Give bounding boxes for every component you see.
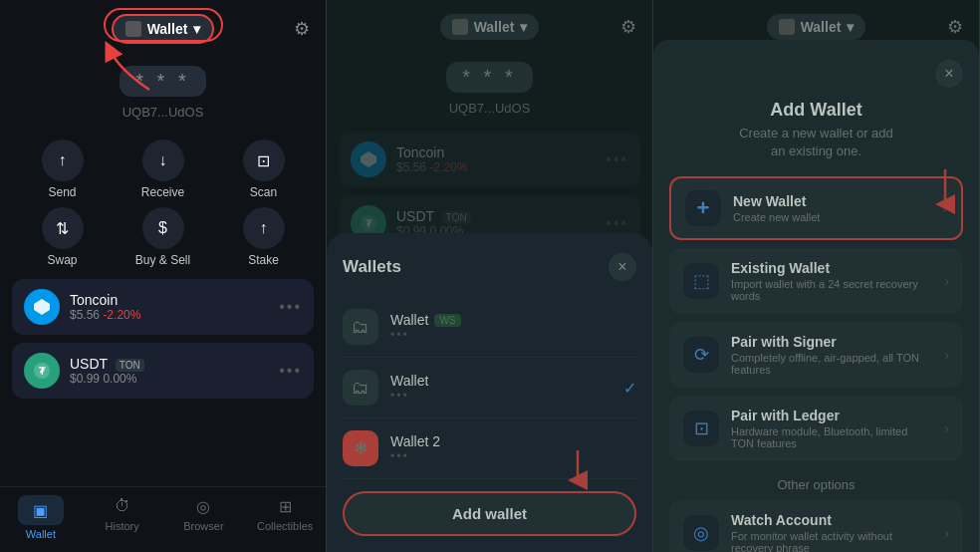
panel3-wallet-button[interactable]: Wallet ▾ bbox=[767, 14, 866, 40]
panel2-settings-button[interactable]: ⚙ bbox=[620, 16, 636, 38]
toncoin-info: Toncoin $5.56 -2.20% bbox=[70, 292, 269, 322]
new-wallet-icon: + bbox=[685, 190, 721, 226]
send-button[interactable]: ↑ Send bbox=[16, 139, 109, 199]
watch-account-chevron: › bbox=[944, 525, 949, 541]
balance-area: * * * UQB7...UdOS bbox=[0, 58, 326, 136]
receive-button[interactable]: ↓ Receive bbox=[117, 139, 209, 199]
usdt-badge: TON bbox=[116, 359, 144, 372]
add-wallet-button[interactable]: Add wallet bbox=[343, 491, 636, 536]
nav-collectibles-label: Collectibles bbox=[257, 520, 313, 532]
toncoin-price: $5.56 -2.20% bbox=[70, 308, 269, 322]
stake-button[interactable]: ↑ Stake bbox=[217, 207, 310, 267]
panel-add-wallet: Wallet ▾ ⚙ × Add Wallet Create a new wal… bbox=[653, 0, 980, 552]
svg-marker-3 bbox=[361, 151, 376, 167]
svg-marker-0 bbox=[34, 299, 50, 315]
swap-label: Swap bbox=[47, 253, 77, 267]
new-wallet-option[interactable]: + New Wallet Create new wallet › bbox=[669, 176, 963, 240]
nav-browser[interactable]: ◎ Browser bbox=[173, 495, 233, 540]
panel2-wallet-button[interactable]: Wallet ▾ bbox=[440, 14, 540, 40]
pair-ledger-info: Pair with Ledger Hardware module, Blueto… bbox=[731, 408, 932, 449]
existing-wallet-icon: ⬚ bbox=[683, 263, 719, 299]
overlay-close-button[interactable]: × bbox=[609, 253, 636, 281]
toncoin-more-icon[interactable]: ••• bbox=[279, 298, 302, 316]
nav-collectibles[interactable]: ⊞ Collectibles bbox=[255, 495, 315, 540]
modal-header: × bbox=[669, 60, 963, 88]
nav-browser-icon: ◎ bbox=[192, 495, 214, 517]
buy-sell-icon: $ bbox=[142, 207, 184, 249]
buy-sell-button[interactable]: $ Buy & Sell bbox=[117, 207, 209, 267]
modal-title: Add Wallet bbox=[669, 100, 963, 121]
wallet-list-info-1: Wallet WS ••• bbox=[390, 312, 636, 342]
receive-icon: ↓ bbox=[142, 139, 184, 181]
panel3-wallet-icon bbox=[779, 19, 795, 35]
add-wallet-modal: × Add Wallet Create a new wallet or adda… bbox=[653, 40, 979, 552]
usdt-price: $0.99 0.00% bbox=[70, 372, 269, 386]
pair-signer-title: Pair with Signer bbox=[731, 334, 932, 350]
bottom-navigation: ▣ Wallet ⏱ History ◎ Browser ⊞ Collectib… bbox=[0, 486, 326, 552]
wallet-list-item-1[interactable]: 🗂 Wallet WS ••• bbox=[343, 297, 636, 358]
scan-button[interactable]: ⊡ Scan bbox=[217, 139, 310, 199]
wallet-address: UQB7...UdOS bbox=[122, 105, 204, 120]
toncoin-icon bbox=[24, 289, 60, 325]
pair-ledger-desc: Hardware module, Bluetooth, limited TON … bbox=[731, 425, 932, 449]
panel2-wallet-address: UQB7...UdOS bbox=[449, 101, 531, 116]
panel-main-wallet: Wallet ▾ ⚙ * * * UQB7...UdOS ↑ Send ↓ Re… bbox=[0, 0, 327, 552]
wallet-list-info-3: Wallet 2 ••• bbox=[390, 433, 636, 463]
wallet-dropdown-button[interactable]: Wallet ▾ bbox=[112, 14, 215, 44]
wallet-icon bbox=[125, 21, 141, 37]
wallets-overlay-panel: Wallets × 🗂 Wallet WS ••• 🗂 Wallet ••• ✓… bbox=[327, 233, 652, 552]
existing-wallet-option[interactable]: ⬚ Existing Wallet Import wallet with a 2… bbox=[669, 248, 963, 314]
pair-ledger-chevron: › bbox=[944, 420, 949, 436]
modal-subtitle: Create a new wallet or addan existing on… bbox=[669, 125, 963, 160]
scan-label: Scan bbox=[250, 185, 277, 199]
ws-badge: WS bbox=[434, 314, 460, 327]
panel2-toncoin-info: Toncoin $5.56 -2.20% bbox=[396, 144, 596, 174]
nav-wallet[interactable]: ▣ Wallet bbox=[11, 495, 71, 540]
nav-history-icon: ⏱ bbox=[112, 495, 133, 517]
toncoin-name: Toncoin bbox=[70, 292, 269, 308]
svg-text:₮: ₮ bbox=[39, 366, 46, 377]
nav-wallet-bg: ▣ bbox=[18, 495, 64, 525]
pair-signer-desc: Completely offline, air-gapped, all TON … bbox=[731, 352, 932, 376]
wallet-list-item-3[interactable]: ❄ Wallet 2 ••• bbox=[343, 418, 636, 479]
nav-history-label: History bbox=[106, 520, 139, 532]
existing-wallet-title: Existing Wallet bbox=[731, 260, 932, 276]
pair-signer-info: Pair with Signer Completely offline, air… bbox=[731, 334, 932, 376]
new-wallet-desc: Create new wallet bbox=[733, 211, 930, 223]
wallet-list-icon-3: ❄ bbox=[343, 430, 378, 466]
nav-browser-label: Browser bbox=[183, 520, 223, 532]
panel2-toncoin-icon bbox=[351, 141, 386, 177]
usdt-change: 0.00% bbox=[103, 372, 136, 386]
receive-label: Receive bbox=[141, 185, 184, 199]
panel3-settings-button[interactable]: ⚙ bbox=[947, 16, 963, 38]
new-wallet-info: New Wallet Create new wallet bbox=[733, 193, 930, 223]
usdt-name: USDT TON bbox=[70, 356, 269, 372]
overlay-header: Wallets × bbox=[343, 253, 636, 281]
wallet-list-info-2: Wallet ••• bbox=[390, 373, 612, 403]
panel2-header: Wallet ▾ ⚙ bbox=[327, 0, 652, 54]
wallet-list-icon-1: 🗂 bbox=[343, 309, 378, 345]
panel2-wallet-label: Wallet bbox=[474, 19, 515, 35]
other-options-label: Other options bbox=[669, 469, 963, 500]
watch-account-desc: For monitor wallet activity without reco… bbox=[731, 530, 932, 552]
usdt-more-icon[interactable]: ••• bbox=[279, 362, 302, 380]
nav-history[interactable]: ⏱ History bbox=[93, 495, 152, 540]
settings-gear-button[interactable]: ⚙ bbox=[294, 18, 310, 40]
scan-icon: ⊡ bbox=[243, 139, 285, 181]
modal-close-button[interactable]: × bbox=[935, 60, 963, 88]
pair-signer-option[interactable]: ⟳ Pair with Signer Completely offline, a… bbox=[669, 322, 963, 388]
existing-wallet-desc: Import wallet with a 24 secret recovery … bbox=[731, 278, 932, 302]
panel2-balance-area: * * * UQB7...UdOS bbox=[327, 54, 652, 132]
wallet-list-item-2[interactable]: 🗂 Wallet ••• ✓ bbox=[343, 358, 636, 418]
pair-signer-icon: ⟳ bbox=[683, 337, 719, 373]
send-icon: ↑ bbox=[42, 139, 84, 181]
usdt-icon: ₮ bbox=[24, 353, 60, 389]
stake-icon: ↑ bbox=[243, 207, 285, 249]
existing-wallet-chevron: › bbox=[944, 273, 949, 289]
toncoin-token-item[interactable]: Toncoin $5.56 -2.20% ••• bbox=[12, 279, 314, 335]
nav-wallet-label: Wallet bbox=[26, 528, 56, 540]
watch-account-option[interactable]: ◎ Watch Account For monitor wallet activ… bbox=[669, 500, 963, 552]
swap-button[interactable]: ⇅ Swap bbox=[16, 207, 109, 267]
pair-ledger-option[interactable]: ⊡ Pair with Ledger Hardware module, Blue… bbox=[669, 396, 963, 461]
usdt-token-item[interactable]: ₮ USDT TON $0.99 0.00% ••• bbox=[12, 343, 314, 399]
